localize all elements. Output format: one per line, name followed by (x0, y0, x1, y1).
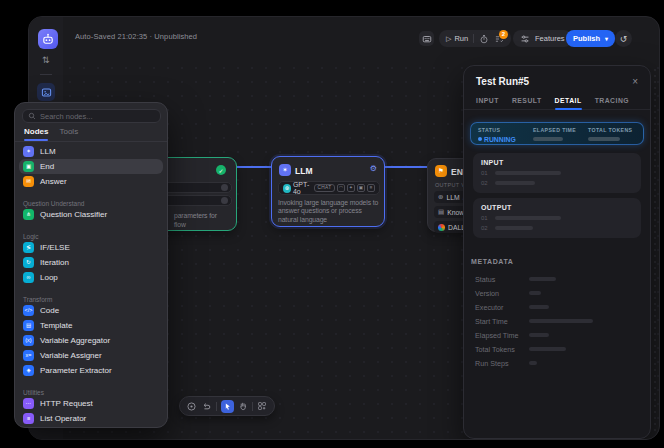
panel-scrollbar[interactable] (654, 69, 656, 431)
tab-nodes[interactable]: Nodes (24, 127, 48, 141)
chat-mode-badge: CHAT (314, 184, 335, 193)
gear-icon[interactable]: ⚙ (370, 164, 377, 173)
status-card: STATUS RUNNING ELAPSED TIME TOTAL TOKENS (470, 122, 644, 145)
divider (473, 34, 474, 43)
palette-item-llm[interactable]: ✶LLM (19, 144, 163, 159)
palette-item-question-classifier[interactable]: ⋔Question Classifier (19, 207, 163, 222)
row-number: 02 (481, 225, 489, 231)
palette-item-iteration[interactable]: ↻Iteration (19, 255, 163, 270)
edge-start-llm (234, 166, 274, 168)
app-logo[interactable] (38, 29, 58, 49)
metadata-label: Version (475, 289, 529, 298)
search-icon (28, 112, 36, 120)
palette-item-parameter-extractor[interactable]: ◈Parameter Extractor (19, 363, 163, 378)
status-value: RUNNING (478, 136, 516, 143)
chevron-down-icon: ▾ (605, 35, 608, 42)
palette-item-ifelse[interactable]: ≶IF/ELSE (19, 240, 163, 255)
close-icon[interactable]: × (632, 77, 638, 87)
hand-mode-button[interactable] (238, 401, 248, 411)
autosave-status: Auto-Saved 21:02:35 · Unpublished (75, 32, 197, 41)
history-icon: ↺ (620, 34, 628, 44)
metadata-label: Status (475, 275, 529, 284)
capability-icon: ✦ (347, 184, 355, 192)
list-operator-icon: ≡ (23, 413, 34, 424)
skeleton-bar (495, 171, 561, 175)
organize-nodes-button[interactable] (257, 401, 267, 411)
run-group: ▷ Run 2 (439, 30, 511, 47)
llm-node-description: Invoking large language models to answer… (278, 199, 381, 224)
item-label: LLM (40, 147, 56, 156)
skeleton-bar (529, 305, 549, 309)
screenshot-root: ⇅ Auto-Saved 21:02:35 · Unpublished ▷ Ru… (0, 0, 664, 448)
llm-node[interactable]: ✶ LLM ⚙ ⊛ GPT-4o CHAT ◠ ✦ ▣ ≡ Invoking l… (271, 156, 385, 227)
metadata-label: Start Time (475, 317, 529, 326)
running-text: RUNNING (484, 136, 516, 143)
pointer-mode-button[interactable] (221, 400, 234, 413)
hand-icon (238, 401, 248, 411)
skeleton-bar (529, 291, 541, 295)
media-panel-button[interactable] (37, 83, 55, 101)
variable-aggregator-icon: (x) (23, 335, 34, 346)
item-label: List Operator (40, 414, 86, 423)
palette-item-list-operator[interactable]: ≡List Operator (19, 411, 163, 426)
item-label: Template (40, 321, 72, 330)
palette-item-template[interactable]: ▤Template (19, 318, 163, 333)
capability-icon: ≡ (367, 184, 375, 192)
fit-view-button[interactable] (186, 401, 197, 412)
llm-node-title: LLM (295, 166, 312, 176)
run-label: Run (454, 34, 468, 43)
section-transform: Transform (19, 292, 163, 303)
divider (216, 402, 217, 411)
elapsed-time-label: ELAPSED TIME (533, 127, 576, 133)
skeleton-bar (529, 319, 593, 323)
code-icon: </> (23, 305, 34, 316)
row-number: 02 (481, 180, 489, 186)
model-selector[interactable]: ⊛ GPT-4o CHAT ◠ ✦ ▣ ≡ (278, 181, 380, 195)
start-node-description: flow (174, 221, 186, 229)
section-utilities: Utilities (19, 385, 163, 396)
run-detail-panel: Test Run#5 × INPUT RESULT DETAIL TRACING… (463, 65, 651, 439)
palette-item-code[interactable]: </>Code (19, 303, 163, 318)
tab-detail[interactable]: DETAIL (555, 92, 582, 109)
skeleton-bar (495, 226, 533, 230)
tab-tools[interactable]: Tools (59, 127, 78, 141)
openai-icon: ⊛ (283, 184, 291, 193)
knowledge-icon: ▤ (438, 208, 444, 216)
ifelse-icon: ≶ (23, 242, 34, 253)
row-number: 01 (481, 215, 489, 221)
layout-icon (257, 401, 267, 411)
version-history-button[interactable]: ↺ (615, 30, 632, 47)
palette-item-end[interactable]: ▣End (19, 159, 163, 174)
robot-icon (41, 32, 55, 46)
features-button[interactable]: Features (513, 30, 572, 47)
palette-item-loop[interactable]: ∞Loop (19, 270, 163, 285)
palette-item-http-request[interactable]: ⋯HTTP Request (19, 396, 163, 411)
metadata-label: Total Tokens (475, 345, 529, 354)
end-icon: ▣ (23, 161, 34, 172)
canvas-controls (179, 396, 275, 416)
palette-item-answer[interactable]: ✉Answer (19, 174, 163, 189)
status-label: STATUS (478, 127, 516, 133)
end-node-icon: ⚑ (435, 165, 447, 177)
search-input[interactable] (40, 112, 155, 121)
undo-redo-button[interactable] (201, 401, 212, 412)
tab-tracing[interactable]: TRACING (595, 92, 629, 109)
tab-input[interactable]: INPUT (476, 92, 499, 109)
checklist-button[interactable]: 2 (494, 34, 504, 44)
palette-item-variable-assigner[interactable]: x=Variable Assigner (19, 348, 163, 363)
toggle-panel-button[interactable] (419, 31, 434, 46)
run-button[interactable]: ▷ Run (446, 34, 468, 43)
divider (252, 402, 253, 411)
play-icon: ▷ (446, 35, 451, 43)
publish-button[interactable]: Publish ▾ (566, 30, 615, 47)
tab-result[interactable]: RESULT (512, 92, 542, 109)
capability-icon: ◠ (337, 184, 345, 192)
swap-mode-icon[interactable]: ⇅ (42, 55, 50, 65)
run-history-button[interactable] (479, 34, 489, 44)
sidebar-divider (40, 74, 52, 75)
start-node-description: parameters for (174, 212, 217, 220)
palette-item-variable-aggregator[interactable]: (x)Variable Aggregator (19, 333, 163, 348)
http-request-icon: ⋯ (23, 398, 34, 409)
panel-title: Test Run#5 (476, 76, 529, 87)
stopwatch-icon (479, 34, 489, 44)
